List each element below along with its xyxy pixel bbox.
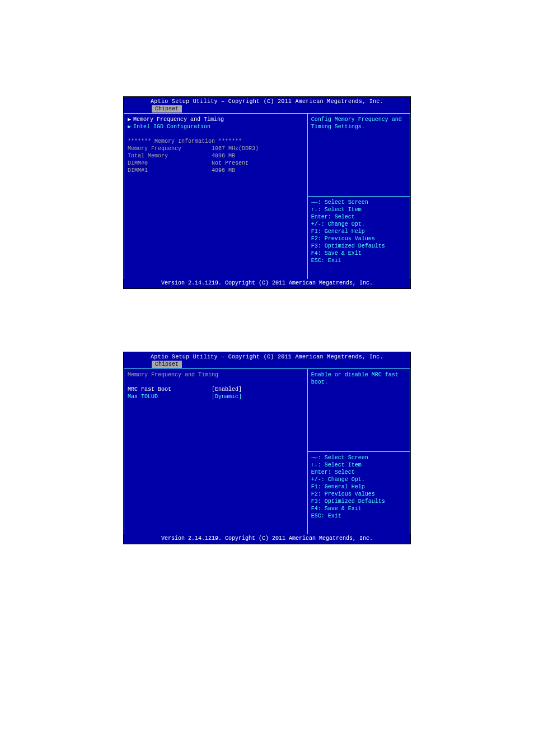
help-text: Config Memory Frequency and Timing Setti… <box>311 116 402 130</box>
nav-help-panel: →←: Select Screen ↑↓: Select Item Enter:… <box>308 197 410 279</box>
nav-help-panel: →←: Select Screen ↑↓: Select Item Enter:… <box>308 452 410 535</box>
section-title: Memory Frequency and Timing <box>128 371 304 379</box>
nav-change: +/-: Change Opt. <box>311 476 406 483</box>
left-panel: ▶ Memory Frequency and Timing ▶ Intel IG… <box>124 113 308 280</box>
nav-esc: ESC: Exit <box>311 512 406 520</box>
right-panel: Config Memory Frequency and Timing Setti… <box>308 113 410 280</box>
help-panel: Config Memory Frequency and Timing Setti… <box>308 114 410 197</box>
tab-chipset[interactable]: Chipset <box>152 105 182 113</box>
footer-bar: Version 2.14.1219. Copyright (C) 2011 Am… <box>124 534 410 543</box>
arrow-right-icon: ▶ <box>128 116 133 123</box>
bios-screen-memory-timing: Aptio Setup Utility – Copyright (C) 2011… <box>123 352 411 544</box>
nav-f4: F4: Save & Exit <box>311 250 406 257</box>
title-bar: Aptio Setup Utility – Copyright (C) 2011… <box>124 97 410 105</box>
info-label: DIMM#0 <box>128 160 212 167</box>
menu-item-label: Intel IGD Configuration <box>133 123 210 130</box>
option-label: Max TOLUD <box>128 393 212 400</box>
info-value: 4096 MB <box>212 167 304 174</box>
option-mrc-fast-boot[interactable]: MRC Fast Boot [Enabled] <box>128 386 304 393</box>
right-panel: Enable or disable MRC fast boot. →←: Sel… <box>308 368 410 535</box>
option-label: MRC Fast Boot <box>128 386 212 393</box>
title-bar: Aptio Setup Utility – Copyright (C) 2011… <box>124 352 410 361</box>
nav-f3: F3: Optimized Defaults <box>311 498 406 505</box>
row-memory-frequency: Memory Frequency 1067 MHz(DDR3) <box>128 145 304 152</box>
nav-change: +/-: Change Opt. <box>311 221 406 228</box>
info-value: Not Present <box>212 160 304 167</box>
info-value: 1067 MHz(DDR3) <box>212 145 304 152</box>
nav-select-item: ↑↓: Select Item <box>311 206 406 213</box>
nav-enter: Enter: Select <box>311 469 406 476</box>
nav-select-screen: →←: Select Screen <box>311 454 406 461</box>
option-value: [Dynamic] <box>212 393 304 400</box>
tab-row: Chipset <box>124 361 410 368</box>
option-max-tolud[interactable]: Max TOLUD [Dynamic] <box>128 393 304 400</box>
left-panel: Memory Frequency and Timing MRC Fast Boo… <box>124 368 308 535</box>
bios-screen-memory-info: Aptio Setup Utility – Copyright (C) 2011… <box>123 96 411 289</box>
footer-bar: Version 2.14.1219. Copyright (C) 2011 Am… <box>124 279 410 287</box>
nav-f2: F2: Previous Values <box>311 235 406 242</box>
nav-f1: F1: General Help <box>311 483 406 491</box>
menu-item-label: Memory Frequency and Timing <box>133 116 224 123</box>
row-dimm1: DIMM#1 4096 MB <box>128 167 304 174</box>
menu-memory-frequency-timing[interactable]: ▶ Memory Frequency and Timing <box>128 116 304 123</box>
help-text: Enable or disable MRC fast boot. <box>311 372 399 385</box>
info-label: DIMM#1 <box>128 167 212 174</box>
nav-f3: F3: Optimized Defaults <box>311 242 406 250</box>
tab-row: Chipset <box>124 105 410 113</box>
arrow-right-icon: ▶ <box>128 123 133 130</box>
menu-intel-igd[interactable]: ▶ Intel IGD Configuration <box>128 123 304 130</box>
help-panel: Enable or disable MRC fast boot. <box>308 369 410 452</box>
nav-f4: F4: Save & Exit <box>311 505 406 512</box>
info-label: Total Memory <box>128 152 212 160</box>
nav-f1: F1: General Help <box>311 228 406 235</box>
nav-select-item: ↑↓: Select Item <box>311 461 406 469</box>
row-total-memory: Total Memory 4096 MB <box>128 152 304 160</box>
nav-f2: F2: Previous Values <box>311 491 406 498</box>
nav-select-screen: →←: Select Screen <box>311 199 406 206</box>
row-dimm0: DIMM#0 Not Present <box>128 160 304 167</box>
nav-enter: Enter: Select <box>311 213 406 221</box>
section-header-label: ******* Memory Information ******* <box>128 138 242 145</box>
info-value: 4096 MB <box>212 152 304 160</box>
option-value: [Enabled] <box>212 386 304 393</box>
section-title-label: Memory Frequency and Timing <box>128 372 218 378</box>
info-label: Memory Frequency <box>128 145 212 152</box>
memory-info-header: ******* Memory Information ******* <box>128 138 304 145</box>
tab-chipset[interactable]: Chipset <box>152 361 182 368</box>
nav-esc: ESC: Exit <box>311 257 406 264</box>
